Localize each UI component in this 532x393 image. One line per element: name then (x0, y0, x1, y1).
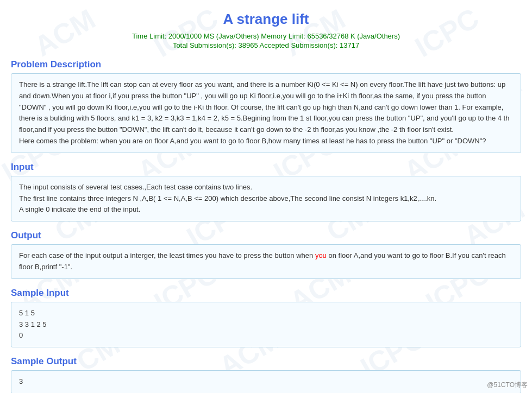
sample-input-line: 3 3 1 2 5 (19, 319, 513, 331)
page-title: A strange lift (11, 11, 521, 28)
problem-description-box: There is a strange lift.The lift can sto… (11, 73, 521, 153)
input-heading: Input (11, 162, 521, 173)
input-text: The input consists of several test cases… (19, 183, 436, 214)
sample-input-line: 0 (19, 330, 513, 341)
sample-input-heading: Sample Input (11, 288, 521, 299)
output-heading: Output (11, 230, 521, 241)
meta-info: Time Limit: 2000/1000 MS (Java/Others) M… (11, 32, 521, 49)
output-box: For each case of the input output a inte… (11, 244, 521, 279)
problem-description-text: There is a strange lift.The lift can sto… (19, 80, 509, 145)
sample-output-heading: Sample Output (11, 356, 521, 367)
main-content: A strange lift Time Limit: 2000/1000 MS … (0, 0, 532, 393)
bottom-badge: @51CTO博客 (487, 381, 528, 390)
sample-input-box: 5 1 53 3 1 2 50 (11, 302, 521, 347)
output-highlight-you: you (315, 251, 327, 259)
meta-line-2: Total Submission(s): 38965 Accepted Subm… (11, 41, 521, 49)
meta-line-1: Time Limit: 2000/1000 MS (Java/Others) M… (11, 32, 521, 40)
sample-output-line: 3 (19, 376, 513, 388)
problem-description-heading: Problem Description (11, 59, 521, 70)
input-box: The input consists of several test cases… (11, 176, 521, 221)
sample-input-line: 5 1 5 (19, 308, 513, 319)
sample-output-box: 3 (11, 370, 521, 393)
output-text-before: For each case of the input output a inte… (19, 251, 315, 259)
